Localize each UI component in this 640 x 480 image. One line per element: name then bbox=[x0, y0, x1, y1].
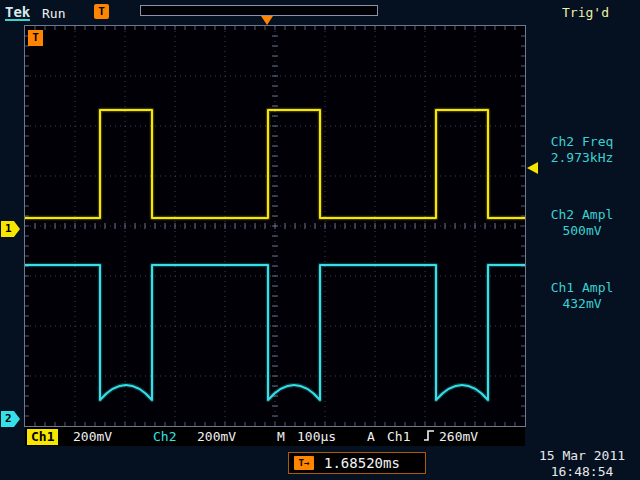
measurement-label: Ch2 Ampl bbox=[526, 207, 638, 223]
measurement-label: Ch2 Freq bbox=[526, 134, 638, 150]
measurement-ch2-freq: Ch2 Freq 2.973kHz bbox=[526, 134, 638, 166]
measurement-label: Ch1 Ampl bbox=[526, 280, 638, 296]
time-text: 16:48:54 bbox=[526, 464, 638, 480]
trigger-position-readout: T→ 1.68520ms bbox=[288, 452, 426, 474]
ch2-trace bbox=[25, 265, 525, 400]
rising-edge-icon bbox=[423, 429, 435, 446]
ch1-label-badge: Ch1 bbox=[27, 429, 58, 445]
trigger-position-marker-icon bbox=[261, 16, 273, 25]
measurement-ch2-ampl: Ch2 Ampl 500mV bbox=[526, 207, 638, 239]
graticule bbox=[24, 25, 526, 427]
trigger-t-icon: T bbox=[94, 4, 109, 19]
measurement-value: 432mV bbox=[526, 296, 638, 312]
trigger-source: Ch1 bbox=[387, 429, 410, 445]
ch1-volts-per-div: 200mV bbox=[73, 429, 112, 445]
trigger-mode-label: A bbox=[367, 429, 375, 445]
measurement-ch1-ampl: Ch1 Ampl 432mV bbox=[526, 280, 638, 312]
record-view-bar bbox=[140, 5, 378, 16]
trigger-status: Trig'd bbox=[562, 5, 609, 20]
measurement-value: 500mV bbox=[526, 223, 638, 239]
date-text: 15 Mar 2011 bbox=[526, 448, 638, 464]
trigger-time-icon: T→ bbox=[294, 456, 314, 470]
timebase-value: 100µs bbox=[297, 429, 336, 445]
acquisition-status: Run bbox=[42, 6, 65, 21]
channel2-ground-marker: 2 bbox=[1, 411, 20, 427]
timebase-label: M bbox=[277, 429, 285, 445]
channel-readout-bar: Ch1 200mV Ch2 200mV M 100µs A Ch1 260mV bbox=[25, 427, 525, 446]
datetime: 15 Mar 2011 16:48:54 bbox=[526, 448, 638, 480]
trigger-level-value: 260mV bbox=[439, 429, 478, 445]
ch2-volts-per-div: 200mV bbox=[197, 429, 236, 445]
trigger-position-value: 1.68520ms bbox=[324, 455, 400, 471]
waveform-display bbox=[25, 26, 525, 426]
channel1-ground-marker: 1 bbox=[1, 221, 20, 237]
ch2-label: Ch2 bbox=[153, 429, 176, 445]
tek-logo: Tek bbox=[5, 5, 30, 21]
oscilloscope-screen: Tek Run T Trig'd T 1 2 Ch2 Freq 2.973kHz… bbox=[0, 0, 640, 480]
measurement-value: 2.973kHz bbox=[526, 150, 638, 166]
trigger-marker: T bbox=[28, 30, 43, 46]
